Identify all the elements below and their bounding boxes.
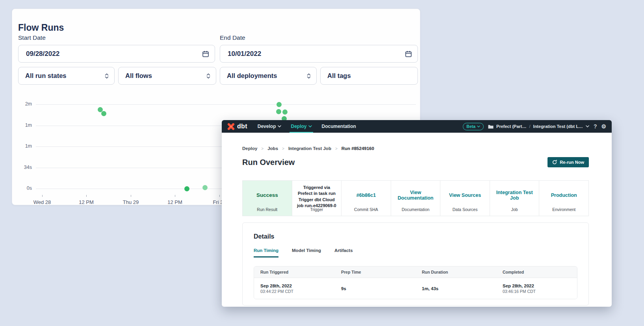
- chart-gridline: [36, 104, 416, 105]
- x-axis-tick-label: Thu 29: [117, 199, 145, 205]
- cell-prep-time: 9s: [335, 286, 416, 291]
- gear-icon[interactable]: ⚙: [601, 124, 606, 129]
- card-data-sources: View Sources Data Sources: [440, 181, 490, 216]
- details-card: Details Run Timing Model Timing Artifact…: [242, 222, 589, 306]
- tab-run-timing[interactable]: Run Timing: [254, 248, 278, 257]
- card-environment: Production Environment: [539, 181, 588, 216]
- card-label: Commit SHA: [341, 207, 391, 212]
- breadcrumb-separator: >: [261, 146, 264, 151]
- y-axis-tick-label: 2m: [15, 101, 32, 107]
- card-label: Run Result: [243, 207, 292, 212]
- x-axis-tick-mark: [131, 195, 131, 197]
- breadcrumb-separator: >: [335, 146, 338, 151]
- folder-icon: [488, 124, 494, 129]
- col-completed: Completed: [496, 270, 577, 274]
- breadcrumb-jobs[interactable]: Jobs: [267, 146, 278, 151]
- details-title: Details: [254, 233, 577, 240]
- flow-run-point[interactable]: [202, 185, 208, 190]
- y-axis-tick-label: 0s: [15, 185, 32, 191]
- run-triggered-date: Sep 28th, 2022: [260, 283, 335, 288]
- view-sources-link[interactable]: View Sources: [449, 193, 481, 198]
- breadcrumb: Deploy > Jobs > Integration Test Job > R…: [242, 146, 374, 151]
- card-label: Documentation: [391, 207, 440, 212]
- navbar-right: Beta Prefect (Part… / Integration Test (…: [463, 123, 606, 130]
- flow-run-point[interactable]: [282, 109, 288, 115]
- x-axis-tick-label: 12 PM: [72, 199, 100, 205]
- flow-run-point[interactable]: [277, 102, 282, 107]
- flow-run-point[interactable]: [101, 111, 106, 116]
- project-separator: /: [529, 124, 531, 129]
- beta-dropdown[interactable]: Beta: [463, 123, 484, 130]
- col-run-duration: Run Duration: [416, 270, 496, 274]
- cell-run-duration: 1m, 43s: [416, 286, 496, 291]
- card-label: Data Sources: [440, 207, 490, 212]
- chevron-down-icon: [477, 126, 480, 128]
- card-commit-sha: #6b86c1 Commit SHA: [341, 181, 391, 216]
- rerun-now-button[interactable]: Re-run Now: [547, 157, 589, 167]
- dbt-logo[interactable]: dbt: [227, 123, 247, 130]
- dbt-logo-icon: [227, 123, 235, 130]
- environment-link[interactable]: Production: [551, 193, 577, 198]
- environment-name: Integration Test (dbt L…: [533, 124, 583, 129]
- y-axis-tick-label: 34s: [15, 165, 32, 170]
- nav-item-develop[interactable]: Develop: [258, 120, 282, 133]
- y-axis-tick-label: 1m: [15, 143, 32, 149]
- completed-time: 03:46:16 PM CDT: [503, 289, 577, 294]
- project-name: Prefect (Part…: [496, 124, 526, 129]
- breadcrumb-separator: >: [282, 146, 284, 151]
- nav-develop-label: Develop: [258, 124, 276, 129]
- card-trigger: Triggered via Prefect in task run Trigge…: [292, 181, 342, 216]
- cell-completed: Sep 28th, 2022 03:46:16 PM CDT: [496, 283, 577, 294]
- nav-item-deploy[interactable]: Deploy: [291, 120, 312, 133]
- nav-item-documentation[interactable]: Documentation: [321, 120, 356, 133]
- completed-date: Sep 28th, 2022: [503, 283, 577, 288]
- col-prep-time: Prep Time: [335, 270, 416, 274]
- breadcrumb-deploy[interactable]: Deploy: [242, 146, 257, 151]
- nav-documentation-label: Documentation: [321, 124, 356, 129]
- x-axis-tick-mark: [86, 195, 87, 197]
- beta-label: Beta: [466, 124, 475, 129]
- dbt-logo-text: dbt: [237, 123, 247, 130]
- chevron-down-icon: [308, 125, 312, 128]
- project-switcher[interactable]: Prefect (Part… / Integration Test (dbt L…: [488, 124, 589, 129]
- card-job: Integration Test Job Job: [490, 181, 540, 216]
- trigger-text: Triggered via Prefect in task run Trigge…: [295, 185, 338, 209]
- desktop: Flow Runs Start Date End Date 09/28/2022…: [0, 0, 644, 326]
- card-label: Job: [490, 207, 539, 212]
- prep-time-value: 9s: [341, 286, 416, 291]
- tab-artifacts[interactable]: Artifacts: [334, 248, 353, 257]
- card-run-result: Success Run Result: [243, 181, 292, 216]
- x-axis-tick-label: 12 PM: [161, 199, 189, 205]
- page-title: Run Overview: [242, 158, 295, 167]
- x-axis-tick-label: Wed 28: [28, 199, 56, 205]
- flow-run-point[interactable]: [276, 109, 281, 114]
- nav-deploy-label: Deploy: [291, 124, 306, 129]
- card-label: Trigger: [292, 207, 341, 212]
- refresh-icon: [552, 160, 557, 165]
- run-timing-table: Run Triggered Prep Time Run Duration Com…: [254, 266, 577, 299]
- table-row: Sep 28th, 2022 03:44:22 PM CDT 9s 1m, 43…: [254, 278, 577, 299]
- status-badge: Success: [246, 185, 289, 206]
- x-axis-tick-mark: [219, 195, 220, 197]
- run-summary-cards: Success Run Result Triggered via Prefect…: [242, 180, 589, 216]
- card-documentation: View Documentation Documentation: [391, 181, 441, 216]
- dbt-navbar: dbt Develop Deploy Documentation Beta: [222, 120, 612, 133]
- rerun-now-label: Re-run Now: [560, 160, 584, 165]
- heading-row: Run Overview Re-run Now: [242, 157, 589, 167]
- dbt-cloud-window: dbt Develop Deploy Documentation Beta: [222, 120, 612, 307]
- cell-run-triggered: Sep 28th, 2022 03:44:22 PM CDT: [254, 283, 335, 294]
- chevron-down-icon: [586, 125, 589, 128]
- details-tabs: Run Timing Model Timing Artifacts: [254, 248, 577, 257]
- y-axis-tick-label: 1m: [15, 122, 32, 128]
- breadcrumb-job-name[interactable]: Integration Test Job: [288, 146, 331, 151]
- commit-sha-link[interactable]: #6b86c1: [356, 193, 376, 198]
- run-duration-value: 1m, 43s: [422, 286, 496, 291]
- flow-run-point[interactable]: [184, 186, 189, 191]
- job-link[interactable]: Integration Test Job: [493, 190, 536, 201]
- card-label: Environment: [539, 207, 588, 212]
- breadcrumb-run-id: Run #85249160: [341, 146, 374, 151]
- chevron-down-icon: [278, 125, 281, 128]
- help-icon[interactable]: ?: [594, 124, 597, 129]
- tab-model-timing[interactable]: Model Timing: [292, 248, 321, 257]
- view-documentation-link[interactable]: View Documentation: [394, 190, 437, 201]
